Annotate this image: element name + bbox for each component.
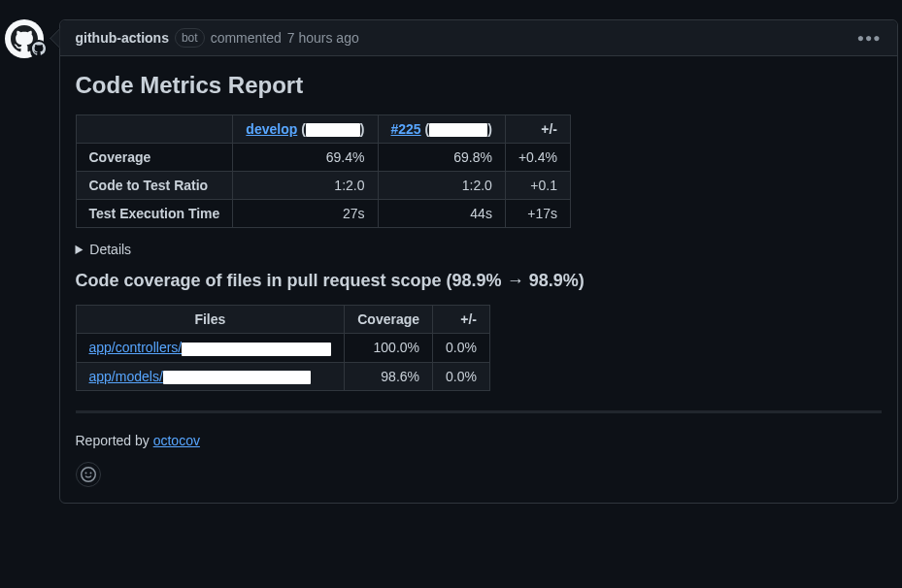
metric-v1: 69.4% — [233, 144, 378, 172]
table-row: Code to Test Ratio 1:2.0 1:2.0 +0.1 — [76, 172, 570, 200]
metric-v2: 69.8% — [378, 144, 505, 172]
redacted — [163, 371, 311, 384]
comment-action: commented — [211, 30, 282, 46]
bot-badge: bot — [175, 28, 205, 48]
details-toggle[interactable]: Details — [76, 242, 882, 257]
divider — [76, 410, 882, 413]
avatar-sub-icon — [30, 40, 48, 60]
file-coverage: 98.6% — [345, 362, 433, 390]
redacted — [182, 343, 331, 356]
details-summary[interactable]: Details — [76, 242, 882, 257]
comment-body: Code Metrics Report develop () #225 () — [60, 56, 897, 503]
metric-diff: +17s — [505, 200, 570, 228]
files-header: Files — [76, 306, 345, 334]
coverage-header: Coverage — [345, 306, 433, 334]
smiley-icon — [81, 467, 96, 482]
files-table: Files Coverage +/- app/controllers/ 100.… — [76, 305, 882, 391]
timestamp-link[interactable]: 7 hours ago — [287, 30, 359, 46]
develop-link[interactable]: develop — [246, 121, 297, 137]
comment-container: github-actions bot commented 7 hours ago… — [59, 19, 898, 504]
table-row: app/models/ 98.6% 0.0% — [76, 362, 489, 390]
metric-label: Code to Test Ratio — [89, 178, 209, 193]
metric-diff: +0.4% — [505, 144, 570, 172]
octocov-link[interactable]: octocov — [153, 433, 200, 448]
metric-v1: 1:2.0 — [233, 172, 378, 200]
metric-label: Test Execution Time — [89, 206, 220, 221]
bot-avatar[interactable] — [5, 19, 44, 58]
file-coverage: 100.0% — [345, 334, 433, 362]
footer-text: Reported by octocov — [76, 433, 882, 448]
file-diff: 0.0% — [433, 362, 490, 390]
diff-header: +/- — [433, 306, 490, 334]
redacted — [306, 123, 360, 137]
metric-diff: +0.1 — [505, 172, 570, 200]
metric-v1: 27s — [233, 200, 378, 228]
comment-header: github-actions bot commented 7 hours ago… — [60, 20, 897, 56]
scope-heading: Code coverage of files in pull request s… — [76, 271, 882, 291]
metric-v2: 44s — [378, 200, 505, 228]
file-link[interactable]: app/controllers/ — [89, 340, 332, 355]
table-row: Coverage 69.4% 69.8% +0.4% — [76, 144, 570, 172]
author-link[interactable]: github-actions — [76, 30, 169, 46]
redacted — [429, 123, 487, 137]
metric-label: Coverage — [89, 149, 151, 165]
table-row: app/controllers/ 100.0% 0.0% — [76, 334, 489, 362]
table-row: Test Execution Time 27s 44s +17s — [76, 200, 570, 228]
pr-link[interactable]: #225 — [391, 121, 421, 137]
metric-v2: 1:2.0 — [378, 172, 505, 200]
file-diff: 0.0% — [433, 334, 490, 362]
report-title: Code Metrics Report — [76, 72, 882, 99]
file-link[interactable]: app/models/ — [89, 369, 311, 384]
kebab-menu-icon[interactable]: ●●● — [857, 31, 882, 45]
diff-header: +/- — [505, 115, 570, 144]
add-reaction-button[interactable] — [76, 462, 101, 487]
metrics-table: develop () #225 () +/- Coverage 69.4% — [76, 114, 882, 228]
